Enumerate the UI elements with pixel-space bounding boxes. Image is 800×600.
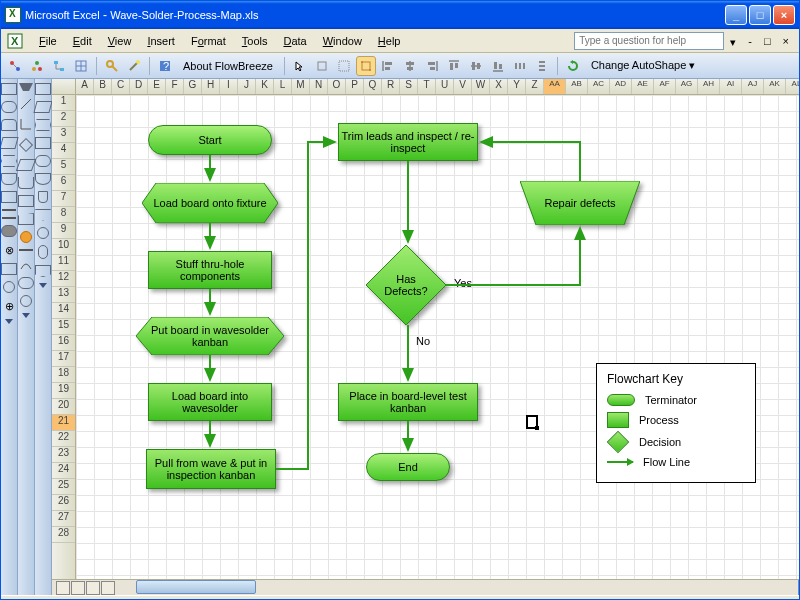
row-header-10[interactable]: 10	[52, 239, 75, 255]
tool-key-icon[interactable]	[102, 56, 122, 76]
menu-tools[interactable]: Tools	[234, 32, 276, 50]
col-header-J[interactable]: J	[238, 79, 256, 94]
shape-conn-orange-icon[interactable]	[20, 231, 32, 243]
tool-grid-icon[interactable]	[71, 56, 91, 76]
p3-para-icon[interactable]	[33, 101, 52, 113]
p3-box-icon[interactable]	[35, 137, 51, 149]
p3-stadium-icon[interactable]	[35, 155, 51, 167]
close-button[interactable]: ×	[773, 5, 795, 25]
refresh-icon[interactable]	[563, 56, 583, 76]
palette2-dropdown-icon[interactable]	[22, 313, 30, 321]
shape-place[interactable]: Place in board-level test kanban	[338, 383, 478, 421]
row-header-25[interactable]: 25	[52, 479, 75, 495]
menu-file[interactable]: FFileile	[31, 32, 65, 50]
row-header-6[interactable]: 6	[52, 175, 75, 191]
col-header-R[interactable]: R	[382, 79, 400, 94]
tool-help-icon[interactable]: ?	[155, 56, 175, 76]
col-header-Y[interactable]: Y	[508, 79, 526, 94]
shape-kanban[interactable]: Put board in wavesolder kanban	[136, 317, 284, 355]
row-header-14[interactable]: 14	[52, 303, 75, 319]
shape-arrow-icon[interactable]	[2, 217, 16, 219]
palette-dropdown-icon[interactable]	[5, 319, 13, 327]
row-header-16[interactable]: 16	[52, 335, 75, 351]
col-header-AF[interactable]: AF	[654, 79, 676, 94]
col-header-AH[interactable]: AH	[698, 79, 720, 94]
shape-terminator-icon[interactable]	[1, 101, 17, 113]
p3-circle-icon[interactable]	[37, 227, 49, 239]
row-header-11[interactable]: 11	[52, 255, 75, 271]
col-header-S[interactable]: S	[400, 79, 418, 94]
shape-stuff[interactable]: Stuff thru-hole components	[148, 251, 272, 289]
menu-data[interactable]: Data	[275, 32, 314, 50]
doc-close-button[interactable]: ×	[779, 35, 793, 47]
shape-hline-icon[interactable]	[19, 249, 33, 251]
row-header-8[interactable]: 8	[52, 207, 75, 223]
distribute-v-icon[interactable]	[532, 56, 552, 76]
doc-minimize-button[interactable]: -	[744, 35, 756, 47]
col-header-AA[interactable]: AA	[544, 79, 566, 94]
p3-offpage-icon[interactable]	[35, 265, 51, 277]
maximize-button[interactable]: □	[749, 5, 771, 25]
legend[interactable]: Flowchart Key Terminator Process Decisio…	[596, 363, 756, 483]
col-header-G[interactable]: G	[184, 79, 202, 94]
shape-io-icon[interactable]	[16, 159, 36, 171]
p3-db-icon[interactable]	[38, 245, 48, 259]
align-left-icon[interactable]	[378, 56, 398, 76]
row-header-27[interactable]: 27	[52, 511, 75, 527]
col-header-AL[interactable]: AL	[786, 79, 799, 94]
doc-restore-button[interactable]: □	[760, 35, 775, 47]
align-bottom-icon[interactable]	[488, 56, 508, 76]
col-header-F[interactable]: F	[166, 79, 184, 94]
hscroll-track[interactable]	[136, 580, 798, 595]
row-header-1[interactable]: 1	[52, 95, 75, 111]
col-header-K[interactable]: K	[256, 79, 274, 94]
tab-first-button[interactable]	[56, 581, 70, 595]
row-header-7[interactable]: 7	[52, 191, 75, 207]
p3-extract-icon[interactable]	[35, 209, 51, 221]
tab-prev-button[interactable]	[71, 581, 85, 595]
col-header-M[interactable]: M	[292, 79, 310, 94]
col-header-C[interactable]: C	[112, 79, 130, 94]
shape-start[interactable]: Start	[148, 125, 272, 155]
row-header-26[interactable]: 26	[52, 495, 75, 511]
col-header-E[interactable]: E	[148, 79, 166, 94]
col-header-O[interactable]: O	[328, 79, 346, 94]
minimize-button[interactable]: _	[725, 5, 747, 25]
col-header-T[interactable]: T	[418, 79, 436, 94]
row-header-2[interactable]: 2	[52, 111, 75, 127]
row-header-13[interactable]: 13	[52, 287, 75, 303]
select-tool-icon[interactable]	[290, 56, 310, 76]
shape-alt-icon[interactable]	[1, 263, 17, 275]
row-header-5[interactable]: 5	[52, 159, 75, 175]
col-header-Q[interactable]: Q	[364, 79, 382, 94]
menu-insert[interactable]: Insert	[139, 32, 183, 50]
menu-format[interactable]: Format	[183, 32, 234, 50]
row-header-15[interactable]: 15	[52, 319, 75, 335]
scroll-left-button[interactable]	[798, 580, 799, 595]
menu-edit[interactable]: Edit	[65, 32, 100, 50]
row-header-22[interactable]: 22	[52, 431, 75, 447]
help-search-input[interactable]	[574, 32, 724, 50]
row-header-12[interactable]: 12	[52, 271, 75, 287]
menu-view[interactable]: View	[100, 32, 140, 50]
col-header-AI[interactable]: AI	[720, 79, 742, 94]
shape-prep-icon[interactable]	[1, 155, 17, 167]
shape-small-circle-icon[interactable]	[20, 295, 32, 307]
about-flowbreeze-button[interactable]: About FlowBreeze	[177, 58, 279, 74]
shape-connector-icon[interactable]: ⊗	[2, 243, 16, 257]
p3-rect-icon[interactable]	[35, 83, 51, 95]
col-header-AJ[interactable]: AJ	[742, 79, 764, 94]
col-header-AD[interactable]: AD	[610, 79, 632, 94]
row-header-24[interactable]: 24	[52, 463, 75, 479]
menu-help[interactable]: Help	[370, 32, 409, 50]
help-dropdown-icon[interactable]: ▾	[730, 36, 740, 46]
col-header-H[interactable]: H	[202, 79, 220, 94]
align-right-icon[interactable]	[422, 56, 442, 76]
row-header-23[interactable]: 23	[52, 447, 75, 463]
tool-node1-icon[interactable]	[5, 56, 25, 76]
shape-manual-icon[interactable]	[18, 195, 34, 207]
col-header-Z[interactable]: Z	[526, 79, 544, 94]
p3-storage-icon[interactable]	[38, 191, 48, 203]
col-header-D[interactable]: D	[130, 79, 148, 94]
shape-data-icon[interactable]	[1, 137, 19, 149]
